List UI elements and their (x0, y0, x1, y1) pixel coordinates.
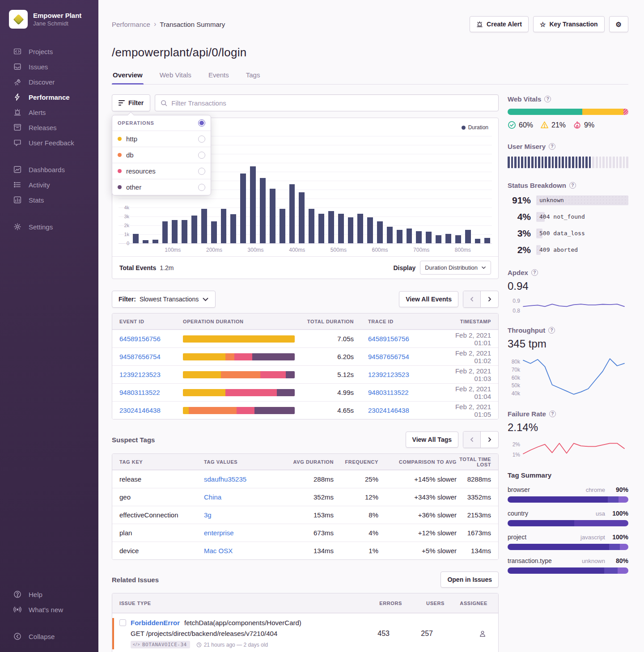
help-circle-icon[interactable]: ? (548, 327, 555, 334)
histogram-bar[interactable] (250, 166, 256, 243)
view-all-events-button[interactable]: View All Events (399, 291, 458, 307)
sidebar-item-collapse[interactable]: Collapse (0, 629, 98, 644)
histogram-bar[interactable] (230, 214, 236, 243)
histogram-bar[interactable] (475, 239, 481, 243)
filter-button[interactable]: Filter (112, 94, 150, 111)
org-switcher[interactable]: Empower Plant Jane Schmidt (0, 10, 98, 29)
tag-value-link[interactable]: enterprise (204, 529, 282, 537)
trace-id-link[interactable]: 94587656754 (368, 353, 444, 360)
sidebar-item-activity[interactable]: Activity (0, 177, 98, 192)
histogram-bar[interactable] (484, 238, 490, 243)
sidebar-item-discover[interactable]: Discover (0, 74, 98, 89)
sidebar-item-stats[interactable]: Stats (0, 192, 98, 207)
operation-option-db[interactable]: db (112, 147, 211, 163)
event-id-link[interactable]: 94587656754 (112, 353, 183, 360)
sidebar-item-what-s-new[interactable]: What's new (0, 602, 98, 617)
sidebar-item-performance[interactable]: Performance (0, 89, 98, 105)
histogram-bar[interactable] (426, 232, 432, 243)
histogram-bar[interactable] (407, 229, 412, 243)
histogram-bar[interactable] (367, 217, 373, 243)
operation-radio[interactable] (198, 135, 205, 143)
help-circle-icon[interactable]: ? (544, 96, 551, 102)
histogram-bar[interactable] (182, 220, 187, 243)
histogram-bar[interactable] (338, 214, 344, 243)
display-select[interactable]: Duration Distribution (420, 261, 491, 275)
pager-prev-button[interactable] (463, 432, 481, 448)
histogram-bar[interactable] (377, 221, 383, 243)
sidebar-item-issues[interactable]: Issues (0, 59, 98, 74)
sidebar-item-releases[interactable]: Releases (0, 120, 98, 135)
tab-overview[interactable]: Overview (112, 71, 144, 84)
trace-id-link[interactable]: 23024146438 (368, 406, 444, 414)
histogram-bar[interactable] (416, 231, 422, 243)
operation-option-resources[interactable]: resources (112, 163, 211, 179)
trace-id-link[interactable]: 94803113522 (368, 389, 444, 396)
histogram-bar[interactable] (280, 209, 285, 243)
pager-next-button[interactable] (481, 291, 498, 307)
tag-value-link[interactable]: China (204, 493, 282, 501)
histogram-bar[interactable] (191, 216, 197, 243)
pager-next-button[interactable] (481, 432, 498, 448)
sidebar-item-user-feedback[interactable]: User Feedback (0, 135, 98, 150)
chart-legend[interactable]: Duration (462, 124, 488, 131)
histogram-bar[interactable] (318, 214, 324, 243)
event-id-link[interactable]: 23024146438 (112, 406, 183, 414)
sidebar-item-alerts[interactable]: Alerts (0, 105, 98, 120)
key-transaction-button[interactable]: ☆ Key Transaction (533, 16, 605, 32)
histogram-bar[interactable] (143, 240, 148, 243)
event-id-link[interactable]: 94803113522 (112, 389, 183, 396)
histogram-bar[interactable] (328, 211, 334, 243)
tag-value-link[interactable]: sdaufhu35235 (204, 475, 282, 483)
sidebar-item-projects[interactable]: Projects (0, 44, 98, 59)
histogram-bar[interactable] (270, 189, 275, 243)
tag-value-link[interactable]: 3g (204, 511, 282, 519)
histogram-bar[interactable] (357, 214, 363, 243)
histogram-bar[interactable] (211, 221, 217, 243)
settings-gear-button[interactable]: ⚙ (609, 16, 628, 32)
histogram-bar[interactable] (153, 240, 158, 243)
pager-prev-button[interactable] (463, 291, 481, 307)
histogram-bar[interactable] (397, 230, 402, 243)
sidebar-item-help[interactable]: Help (0, 587, 98, 602)
view-all-tags-button[interactable]: View All Tags (406, 432, 458, 448)
trace-id-link[interactable]: 12392123523 (368, 371, 444, 378)
histogram-bar[interactable] (299, 192, 305, 243)
histogram-bar[interactable] (387, 227, 393, 243)
help-circle-icon[interactable]: ? (569, 182, 576, 189)
histogram-bar[interactable] (309, 209, 314, 243)
search-input[interactable] (171, 99, 493, 107)
operations-dropdown-header[interactable]: OPERATIONS (112, 115, 211, 131)
tab-web-vitals[interactable]: Web Vitals (159, 71, 192, 84)
operation-radio[interactable] (198, 184, 205, 191)
sidebar-item-dashboards[interactable]: Dashboards (0, 162, 98, 177)
histogram-bar[interactable] (455, 235, 461, 243)
operation-radio[interactable] (198, 152, 205, 159)
help-circle-icon[interactable]: ? (531, 269, 538, 276)
histogram-bar[interactable] (436, 235, 441, 243)
histogram-bar[interactable] (465, 230, 471, 243)
issue-project-chip[interactable]: </>BOTANAVOICE-34 (131, 641, 190, 648)
histogram-bar[interactable] (445, 234, 451, 243)
assignee-person-icon[interactable] (479, 630, 487, 638)
events-filter-dropdown[interactable]: Filter: Slowest Transactions (112, 291, 216, 308)
sidebar-item-settings[interactable]: Settings (0, 219, 98, 234)
histogram-bar[interactable] (240, 174, 246, 243)
histogram-bar[interactable] (348, 217, 354, 243)
help-circle-icon[interactable]: ? (549, 143, 555, 150)
histogram-bar[interactable] (172, 220, 178, 243)
histogram-bar[interactable] (289, 184, 295, 243)
tab-events[interactable]: Events (208, 71, 230, 84)
histogram-bar[interactable] (162, 221, 168, 243)
create-alert-button[interactable]: Create Alert (470, 16, 529, 32)
histogram-bar[interactable] (260, 178, 266, 243)
event-id-link[interactable]: 12392123523 (112, 371, 183, 378)
tag-value-link[interactable]: Mac OSX (204, 547, 282, 555)
operation-option-other[interactable]: other (112, 179, 211, 195)
operation-option-http[interactable]: http (112, 131, 211, 147)
issue-type-link[interactable]: ForbiddenError (131, 619, 180, 627)
tab-tags[interactable]: Tags (245, 71, 261, 84)
help-circle-icon[interactable]: ? (549, 411, 556, 417)
open-in-issues-button[interactable]: Open in Issues (441, 572, 499, 588)
event-id-link[interactable]: 64589156756 (112, 335, 183, 343)
breadcrumb-parent[interactable]: Performance (112, 21, 150, 28)
